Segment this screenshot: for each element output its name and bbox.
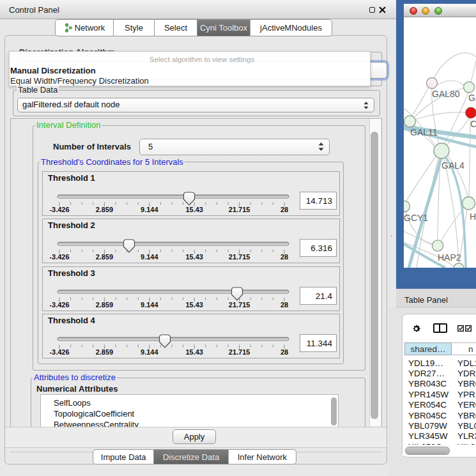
svg-text:-3.426: -3.426 (49, 253, 69, 261)
svg-text:-3.426: -3.426 (49, 348, 69, 356)
svg-text:15.43: 15.43 (185, 301, 203, 309)
svg-text:-3.426: -3.426 (49, 301, 69, 309)
svg-text:21.715: 21.715 (229, 348, 250, 356)
svg-text:15.43: 15.43 (185, 253, 203, 261)
svg-text:GCY1: GCY1 (404, 213, 428, 223)
svg-text:GAL4: GAL4 (441, 160, 464, 171)
svg-text:28: 28 (280, 348, 288, 356)
svg-text:9.144: 9.144 (141, 206, 158, 213)
svg-text:9.144: 9.144 (141, 253, 158, 261)
svg-text:GAL11: GAL11 (410, 127, 438, 137)
svg-text:28: 28 (280, 301, 288, 309)
svg-text:2.859: 2.859 (96, 348, 114, 356)
svg-text:HAP2: HAP2 (438, 252, 461, 263)
svg-text:2.859: 2.859 (96, 253, 114, 261)
svg-text:15.43: 15.43 (185, 348, 203, 356)
svg-text:GAL80: GAL80 (432, 89, 460, 99)
svg-text:H: H (470, 211, 476, 222)
svg-text:2.859: 2.859 (96, 206, 114, 213)
svg-text:2.859: 2.859 (96, 301, 114, 309)
svg-text:21.715: 21.715 (229, 253, 250, 261)
svg-text:15.43: 15.43 (185, 206, 203, 213)
svg-text:28: 28 (280, 206, 288, 213)
svg-text:9.144: 9.144 (141, 301, 158, 309)
svg-text:-3.426: -3.426 (49, 206, 69, 213)
svg-text:28: 28 (280, 253, 288, 261)
svg-text:GA: GA (468, 93, 476, 103)
svg-text:21.715: 21.715 (229, 206, 250, 213)
svg-text:9.144: 9.144 (141, 348, 158, 356)
svg-text:21.715: 21.715 (229, 301, 250, 309)
svg-text:C: C (470, 119, 476, 129)
